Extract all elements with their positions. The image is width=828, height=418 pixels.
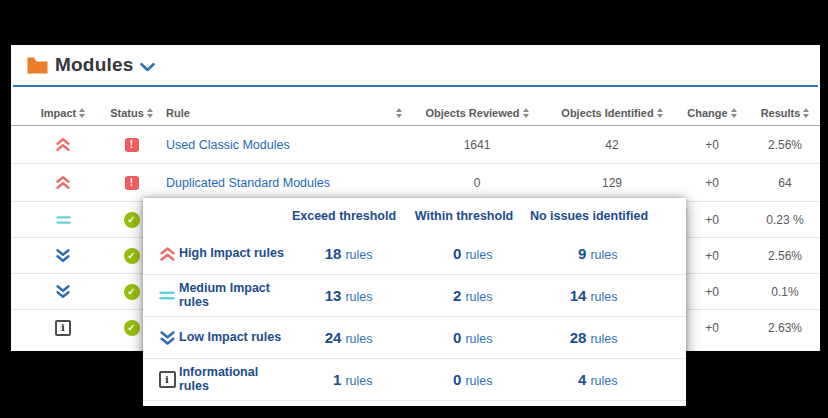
count-value: 0	[435, 371, 461, 388]
high-impact-icon	[55, 137, 71, 152]
medium-impact-icon	[56, 215, 71, 225]
count-value: 18	[315, 245, 341, 262]
table-row: ! Duplicated Standard Modules 0 129 +0 6…	[11, 163, 820, 201]
popup-row-label: Low Impact rules	[179, 331, 284, 345]
popup-column-exceed-threshold: Exceed threshold	[284, 209, 404, 223]
alert-status-icon: !	[125, 138, 139, 152]
count-value: 28	[560, 329, 586, 346]
column-header-change[interactable]: Change	[672, 107, 752, 119]
count-unit: rules	[345, 374, 372, 388]
informational-impact-icon: i	[55, 320, 71, 336]
change-value: +0	[705, 213, 719, 227]
count-unit: rules	[590, 374, 617, 388]
ok-status-icon: ✓	[124, 284, 140, 300]
within-threshold-count[interactable]: 2rules	[404, 287, 524, 304]
popup-row-label: Medium Impact rules	[179, 282, 284, 310]
popup-column-within-threshold: Within threshold	[404, 209, 524, 223]
no-issues-count[interactable]: 9rules	[524, 245, 654, 262]
results-value: 2.63%	[768, 321, 802, 335]
results-value: 64	[778, 176, 791, 190]
column-header-objects-reviewed[interactable]: Objects Reviewed	[402, 107, 552, 119]
exceed-threshold-count[interactable]: 24rules	[284, 329, 404, 346]
popup-header-row: Exceed threshold Within threshold No iss…	[143, 198, 686, 233]
column-header-impact[interactable]: Impact	[39, 107, 87, 119]
change-value: +0	[705, 176, 719, 190]
popup-row-informational: i Informational rules 1rules 0rules 4rul…	[143, 359, 686, 401]
sort-icon[interactable]	[657, 108, 663, 118]
objects-reviewed-value: 1641	[464, 138, 491, 152]
popup-column-no-issues: No issues identified	[524, 209, 654, 223]
count-unit: rules	[345, 290, 372, 304]
within-threshold-count[interactable]: 0rules	[404, 245, 524, 262]
count-value: 0	[435, 329, 461, 346]
exceed-threshold-count[interactable]: 18rules	[284, 245, 404, 262]
popup-row-label: High Impact rules	[179, 247, 284, 261]
rules-summary-popup: Exceed threshold Within threshold No iss…	[143, 198, 686, 406]
panel-title-row: Modules	[11, 45, 820, 85]
sort-icon[interactable]	[523, 108, 529, 118]
results-value: 2.56%	[768, 138, 802, 152]
count-unit: rules	[590, 248, 617, 262]
count-value: 9	[560, 245, 586, 262]
column-label: Objects Identified	[561, 107, 653, 119]
objects-reviewed-value: 0	[474, 176, 481, 190]
results-value: 0.1%	[771, 285, 798, 299]
column-label: Impact	[41, 107, 76, 119]
exceed-threshold-count[interactable]: 1rules	[284, 371, 404, 388]
change-value: +0	[705, 321, 719, 335]
popup-row-high-impact: High Impact rules 18rules 0rules 9rules	[143, 233, 686, 275]
count-value: 1	[315, 371, 341, 388]
column-label: Objects Reviewed	[425, 107, 519, 119]
rule-link[interactable]: Duplicated Standard Modules	[166, 176, 330, 190]
no-issues-count[interactable]: 4rules	[524, 371, 654, 388]
column-header-status[interactable]: Status	[108, 107, 155, 119]
medium-impact-icon	[159, 290, 175, 301]
count-value: 4	[560, 371, 586, 388]
count-unit: rules	[345, 248, 372, 262]
change-value: +0	[705, 249, 719, 263]
low-impact-icon	[55, 284, 71, 299]
count-unit: rules	[465, 374, 492, 388]
page-title: Modules	[55, 54, 133, 76]
low-impact-icon	[55, 248, 71, 263]
sort-icon[interactable]	[803, 108, 809, 118]
no-issues-count[interactable]: 14rules	[524, 287, 654, 304]
within-threshold-count[interactable]: 0rules	[404, 371, 524, 388]
change-value: +0	[705, 138, 719, 152]
ok-status-icon: ✓	[124, 212, 140, 228]
popup-row-low-impact: Low Impact rules 24rules 0rules 28rules	[143, 317, 686, 359]
count-value: 24	[315, 329, 341, 346]
count-unit: rules	[465, 332, 492, 346]
popup-row-medium-impact: Medium Impact rules 13rules 2rules 14rul…	[143, 275, 686, 317]
count-unit: rules	[465, 248, 492, 262]
sort-icon[interactable]	[79, 108, 85, 118]
count-value: 14	[560, 287, 586, 304]
sort-icon[interactable]	[731, 108, 737, 118]
column-header-results[interactable]: Results	[752, 107, 818, 119]
informational-impact-icon: i	[159, 371, 176, 388]
results-value: 0.23 %	[766, 213, 803, 227]
count-unit: rules	[590, 332, 617, 346]
column-header-objects-identified[interactable]: Objects Identified	[552, 107, 672, 119]
count-unit: rules	[465, 290, 492, 304]
popup-row-label: Informational rules	[179, 366, 284, 394]
sort-icon[interactable]	[147, 108, 153, 118]
column-label: Status	[110, 107, 144, 119]
change-value: +0	[705, 285, 719, 299]
objects-identified-value: 42	[605, 138, 618, 152]
count-unit: rules	[590, 290, 617, 304]
high-impact-icon	[159, 246, 176, 262]
modules-dropdown-chevron-icon[interactable]	[140, 58, 155, 76]
count-value: 13	[315, 287, 341, 304]
count-value: 0	[435, 245, 461, 262]
column-header-rule[interactable]: Rule	[166, 107, 402, 119]
no-issues-count[interactable]: 28rules	[524, 329, 654, 346]
ok-status-icon: ✓	[124, 320, 140, 336]
results-value: 2.56%	[768, 249, 802, 263]
rule-link[interactable]: Used Classic Modules	[166, 138, 290, 152]
count-value: 2	[435, 287, 461, 304]
column-label: Results	[761, 107, 801, 119]
within-threshold-count[interactable]: 0rules	[404, 329, 524, 346]
column-label: Rule	[166, 107, 190, 119]
exceed-threshold-count[interactable]: 13rules	[284, 287, 404, 304]
